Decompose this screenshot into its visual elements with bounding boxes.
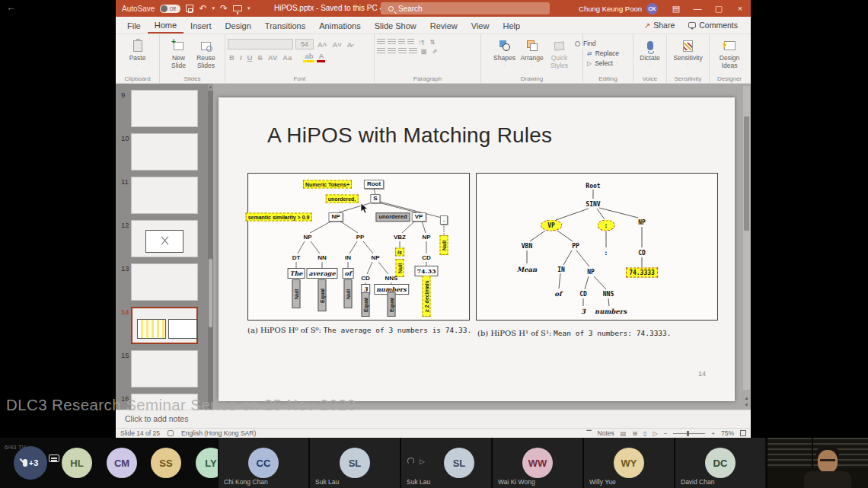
canvas-scrollbar[interactable] — [743, 86, 750, 390]
text-direction-icon[interactable]: ⇅ — [428, 39, 436, 46]
document-title[interactable]: HiPOS.pptx - Saved to this PC ▾ — [274, 4, 382, 12]
notes-toggle-label[interactable]: Notes — [598, 429, 614, 437]
fit-to-window-icon[interactable] — [740, 430, 746, 436]
shapes-button[interactable]: Shapes ▾ — [492, 37, 518, 69]
columns-icon[interactable]: ▥ — [420, 48, 429, 55]
maximize-button[interactable]: ▢ — [708, 0, 729, 17]
zoom-level[interactable]: 75% — [721, 429, 734, 437]
select-button[interactable]: ▷ Select ▾ — [587, 59, 624, 67]
thumbnail-slide-9[interactable]: 9 — [116, 90, 213, 127]
thumbnail-slide-16[interactable]: 16 — [116, 394, 213, 410]
arrange-button[interactable]: Arrange ▾ — [519, 37, 545, 69]
shrink-font-icon[interactable]: A˅ — [330, 40, 343, 49]
thumb-preview[interactable] — [131, 350, 198, 388]
character-spacing-icon[interactable]: AV — [266, 53, 279, 62]
replace-button[interactable]: ⇄ Replace ▾ — [587, 49, 624, 57]
tab-design[interactable]: Design — [219, 18, 258, 33]
grow-font-icon[interactable]: A˄ — [316, 40, 328, 49]
thumb-preview[interactable] — [131, 220, 198, 257]
thumb-preview-selected[interactable] — [131, 307, 198, 344]
numbering-icon[interactable] — [388, 39, 396, 46]
tab-home[interactable]: Home — [148, 18, 183, 33]
tab-help[interactable]: Help — [496, 18, 527, 33]
qat-customize-icon[interactable]: ▾ — [247, 5, 251, 11]
accessibility-icon[interactable] — [168, 430, 174, 436]
close-button[interactable]: × — [729, 0, 751, 17]
captions-icon[interactable] — [49, 455, 59, 462]
tab-view[interactable]: View — [464, 18, 496, 33]
thumb-preview[interactable] — [131, 263, 198, 301]
tab-slide-show[interactable]: Slide Show — [368, 18, 423, 33]
participant-tile-dc[interactable]: DC David Chan — [675, 438, 765, 488]
indent-increase-icon[interactable] — [407, 39, 414, 46]
notes-pane[interactable]: Click to add notes — [116, 410, 751, 428]
smartart-convert-icon[interactable]: ⇗ — [431, 48, 439, 55]
participant-tile-ww[interactable]: WW Wai Ki Wong — [492, 438, 582, 488]
tab-file[interactable]: File — [120, 18, 148, 33]
thumbnail-slide-14-selected[interactable]: 14 — [116, 307, 213, 344]
start-presentation-icon[interactable] — [233, 5, 242, 11]
align-center-icon[interactable] — [388, 48, 396, 55]
thumb-preview[interactable] — [131, 133, 198, 171]
canvas-scroll-thumb[interactable] — [744, 116, 749, 231]
slide-nav-buttons[interactable]: ▲▼ — [743, 395, 750, 408]
line-spacing-icon[interactable]: ↕¶ — [416, 39, 426, 46]
participant-tile-sl2[interactable]: ▷ SL Suk Lau — [400, 438, 491, 488]
back-arrow-icon[interactable]: ← — [6, 2, 16, 13]
font-name-select[interactable] — [228, 39, 293, 49]
zoom-in-icon[interactable]: + — [711, 430, 715, 437]
justify-icon[interactable] — [409, 48, 417, 55]
thumbnail-slide-13[interactable]: 13 — [116, 263, 213, 301]
slideshow-icon[interactable]: ▷ — [653, 430, 657, 437]
language-status[interactable]: English (Hong Kong SAR) — [181, 429, 256, 437]
tab-review[interactable]: Review — [423, 18, 464, 33]
quick-styles-button[interactable]: Quick Styles — [547, 37, 573, 70]
underline-button[interactable]: U — [246, 53, 254, 62]
thumbnail-slide-12[interactable]: 12 — [116, 220, 213, 257]
thumbnail-scrollbar[interactable]: ▲ — [208, 84, 213, 410]
reading-view-icon[interactable]: ▯ — [643, 430, 646, 437]
reuse-slides-button[interactable]: Reuse Slides — [193, 37, 219, 70]
participant-tile-wy[interactable]: WY Willy Yue — [583, 438, 674, 488]
tab-insert[interactable]: Insert — [183, 18, 219, 33]
save-icon[interactable] — [186, 5, 193, 12]
tab-animations[interactable]: Animations — [312, 18, 367, 33]
thumb-preview[interactable] — [131, 90, 198, 127]
thumb-preview[interactable] — [131, 394, 198, 410]
user-name[interactable]: Chung Keung Poon — [579, 5, 642, 13]
thumb-preview[interactable] — [131, 177, 198, 214]
participant-avatar-hl[interactable]: HL — [62, 448, 92, 478]
participant-tile-sl1[interactable]: SL Suk Lau — [309, 438, 400, 488]
font-size-select[interactable]: 54 — [295, 39, 314, 49]
align-right-icon[interactable] — [398, 48, 407, 55]
zoom-out-icon[interactable]: − — [664, 430, 668, 437]
avatar[interactable]: CK — [646, 3, 658, 14]
slide-14[interactable]: A HiPOS with Matching Rules — [219, 97, 735, 401]
clear-formatting-icon[interactable]: A̷ — [346, 40, 354, 49]
notes-toggle-icon[interactable]: ▔ — [586, 430, 591, 437]
scroll-up-icon[interactable]: ▲ — [208, 84, 213, 91]
zoom-slider-knob[interactable] — [687, 431, 689, 436]
thumbnail-slide-11[interactable]: 11 — [116, 177, 213, 214]
new-slide-button[interactable]: New Slide ▾ — [166, 37, 192, 76]
thumbnail-slide-10[interactable]: 10 — [116, 133, 213, 171]
redo-icon[interactable]: ↷ — [220, 4, 228, 13]
search-input[interactable]: Search — [381, 2, 550, 14]
share-button[interactable]: ↗ Share — [639, 19, 680, 31]
scroll-thumb[interactable] — [209, 259, 212, 327]
dictate-button[interactable]: Dictate ▾ — [637, 37, 663, 69]
participant-avatar-ss[interactable]: SS — [151, 448, 181, 478]
font-color-icon[interactable]: A — [317, 52, 325, 62]
comments-button[interactable]: Comments — [683, 19, 743, 31]
minimize-button[interactable]: — — [687, 0, 708, 17]
slide-title[interactable]: A HiPOS with Matching Rules — [267, 123, 552, 148]
bullets-icon[interactable] — [377, 39, 385, 46]
design-ideas-button[interactable]: Design Ideas — [716, 37, 742, 70]
thumbnail-slide-15[interactable]: 15 — [116, 350, 213, 388]
tab-transitions[interactable]: Transitions — [258, 18, 312, 33]
webcam-video-tile[interactable] — [767, 438, 868, 488]
change-case-button[interactable]: Aa — [281, 53, 293, 62]
find-button[interactable]: Find — [587, 40, 624, 47]
ribbon-display-options-icon[interactable]: ▤ — [665, 0, 687, 17]
normal-view-icon[interactable]: ▤ — [621, 430, 627, 437]
